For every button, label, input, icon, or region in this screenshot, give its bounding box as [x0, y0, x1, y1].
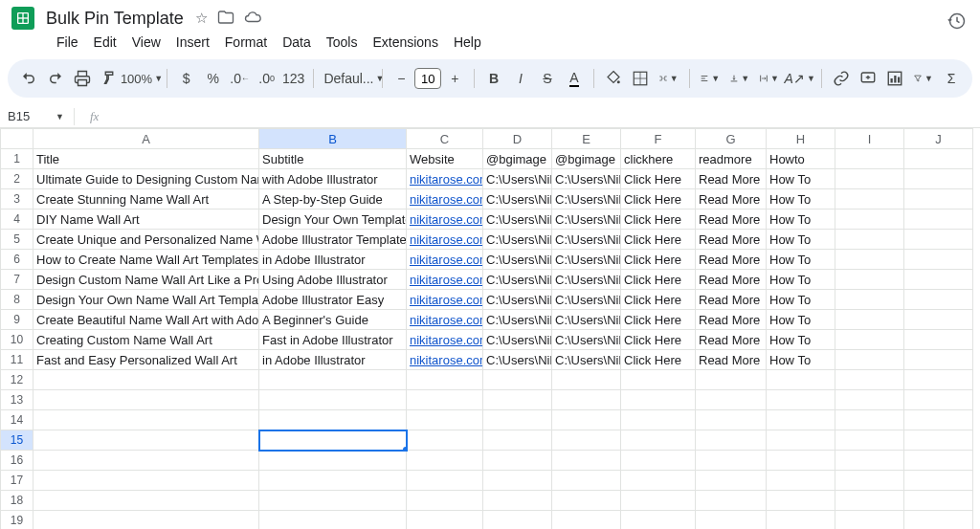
cell-I5[interactable]	[835, 230, 904, 250]
cell-D5[interactable]: C:\Users\Nikita\Desktop	[483, 230, 552, 250]
cell-D2[interactable]: C:\Users\Nikita\Desktop	[483, 169, 552, 189]
decrease-font-button[interactable]: −	[390, 65, 412, 92]
link-button[interactable]	[830, 65, 853, 92]
cell-B11[interactable]: in Adobe Illustrator	[259, 350, 407, 370]
cell-A6[interactable]: How to Create Name Wall Art Templates	[33, 250, 259, 270]
cell-H17[interactable]	[767, 471, 835, 491]
cell-A11[interactable]: Fast and Easy Personalized Wall Art	[33, 350, 259, 370]
paint-format-button[interactable]	[98, 65, 121, 92]
cell-E10[interactable]: C:\Users\Nikita\Desktop	[552, 330, 621, 350]
cell-E9[interactable]: C:\Users\Nikita\Desktop	[552, 310, 621, 330]
column-header-E[interactable]: E	[552, 129, 621, 149]
cell-A3[interactable]: Create Stunning Name Wall Art	[33, 189, 259, 209]
cell-A9[interactable]: Create Beautiful Name Wall Art with Adob…	[33, 310, 259, 330]
cell-F12[interactable]	[621, 370, 696, 390]
cell-E6[interactable]: C:\Users\Nikita\Desktop	[552, 250, 621, 270]
cell-D19[interactable]	[483, 511, 552, 530]
column-header-I[interactable]: I	[835, 129, 904, 149]
cell-A17[interactable]	[33, 471, 259, 491]
row-header-4[interactable]: 4	[1, 209, 33, 230]
cell-F13[interactable]	[621, 390, 696, 410]
chart-button[interactable]	[883, 65, 906, 92]
cell-D14[interactable]	[483, 410, 552, 430]
menu-format[interactable]: Format	[218, 31, 274, 54]
increase-decimal-button[interactable]: .00	[256, 65, 278, 92]
cell-J8[interactable]	[904, 290, 973, 310]
name-box-dropdown[interactable]: ▼	[56, 112, 64, 121]
cell-D13[interactable]	[483, 390, 552, 410]
row-header-14[interactable]: 14	[1, 410, 33, 430]
cell-D10[interactable]: C:\Users\Nikita\Desktop	[483, 330, 552, 350]
cell-B12[interactable]	[259, 370, 407, 390]
cell-E13[interactable]	[552, 390, 621, 410]
cell-B17[interactable]	[259, 471, 407, 491]
cell-I18[interactable]	[835, 491, 904, 511]
cell-C6[interactable]: nikitarose.com	[407, 250, 483, 270]
cell-F18[interactable]	[621, 491, 696, 511]
cell-G15[interactable]	[696, 430, 767, 451]
cell-G18[interactable]	[696, 491, 767, 511]
cell-H1[interactable]: Howto	[767, 149, 835, 169]
percent-button[interactable]: %	[202, 65, 225, 92]
row-header-16[interactable]: 16	[1, 451, 33, 471]
cell-J12[interactable]	[904, 370, 973, 390]
cell-A14[interactable]	[33, 410, 259, 430]
cell-A15[interactable]	[33, 430, 259, 451]
cell-C12[interactable]	[407, 370, 483, 390]
text-color-button[interactable]: A	[563, 65, 586, 92]
cell-B5[interactable]: Adobe Illustrator Templates	[259, 230, 407, 250]
cell-H13[interactable]	[767, 390, 835, 410]
cell-G16[interactable]	[696, 451, 767, 471]
cell-C11[interactable]: nikitarose.com	[407, 350, 483, 370]
cell-J2[interactable]	[904, 169, 973, 189]
cell-J18[interactable]	[904, 491, 973, 511]
menu-extensions[interactable]: Extensions	[366, 31, 444, 54]
cell-G5[interactable]: Read More	[696, 230, 767, 250]
cell-E14[interactable]	[552, 410, 621, 430]
cell-B1[interactable]: Subtitle	[259, 149, 407, 169]
row-header-17[interactable]: 17	[1, 471, 33, 491]
cell-F3[interactable]: Click Here	[621, 189, 696, 209]
cell-D18[interactable]	[483, 491, 552, 511]
cell-G8[interactable]: Read More	[696, 290, 767, 310]
cell-I19[interactable]	[835, 511, 904, 530]
cell-F10[interactable]: Click Here	[621, 330, 696, 350]
cell-I12[interactable]	[835, 370, 904, 390]
cell-H16[interactable]	[767, 451, 835, 471]
cell-A18[interactable]	[33, 491, 259, 511]
cell-G6[interactable]: Read More	[696, 250, 767, 270]
functions-button[interactable]: Σ	[940, 65, 963, 92]
cell-E11[interactable]: C:\Users\Nikita\Desktop	[552, 350, 621, 370]
row-header-11[interactable]: 11	[1, 350, 33, 370]
cell-H2[interactable]: How To	[767, 169, 835, 189]
cell-B18[interactable]	[259, 491, 407, 511]
cell-D17[interactable]	[483, 471, 552, 491]
column-header-C[interactable]: C	[407, 129, 483, 149]
menu-view[interactable]: View	[125, 31, 167, 54]
cell-C13[interactable]	[407, 390, 483, 410]
spreadsheet-grid[interactable]: ABCDEFGHIJ1TitleSubtitleWebsite@bgimage@…	[0, 128, 980, 529]
cell-C1[interactable]: Website	[407, 149, 483, 169]
cell-D8[interactable]: C:\Users\Nikita\Desktop	[483, 290, 552, 310]
cell-A16[interactable]	[33, 451, 259, 471]
cell-J9[interactable]	[904, 310, 973, 330]
cell-I11[interactable]	[835, 350, 904, 370]
cell-C15[interactable]	[407, 430, 483, 451]
cell-E2[interactable]: C:\Users\Nikita\Desktop	[552, 169, 621, 189]
cell-G17[interactable]	[696, 471, 767, 491]
font-family-select[interactable]: Defaul...▼	[321, 65, 373, 92]
row-header-13[interactable]: 13	[1, 390, 33, 410]
cell-I6[interactable]	[835, 250, 904, 270]
cell-C16[interactable]	[407, 451, 483, 471]
cell-B14[interactable]	[259, 410, 407, 430]
cell-H11[interactable]: How To	[767, 350, 835, 370]
cell-E5[interactable]: C:\Users\Nikita\Desktop	[552, 230, 621, 250]
row-header-18[interactable]: 18	[1, 491, 33, 511]
select-all-corner[interactable]	[1, 129, 33, 149]
cell-G4[interactable]: Read More	[696, 209, 767, 230]
cell-G9[interactable]: Read More	[696, 310, 767, 330]
cell-J10[interactable]	[904, 330, 973, 350]
cell-C7[interactable]: nikitarose.com	[407, 270, 483, 290]
cell-I15[interactable]	[835, 430, 904, 451]
name-box[interactable]	[8, 109, 50, 123]
